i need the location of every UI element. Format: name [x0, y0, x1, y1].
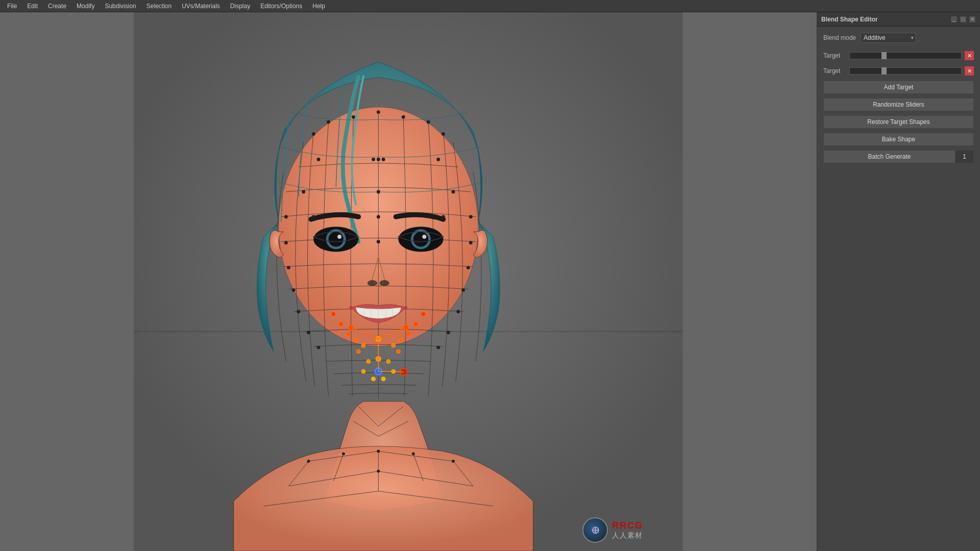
- menu-display[interactable]: Display: [225, 2, 255, 11]
- svg-point-17: [377, 450, 380, 453]
- blend-panel-title: Blend Shape Editor: [821, 16, 878, 23]
- menu-modify[interactable]: Modify: [71, 2, 100, 11]
- svg-point-77: [302, 190, 305, 194]
- svg-point-88: [456, 310, 460, 313]
- svg-point-93: [352, 115, 355, 119]
- menu-uvsmaterials[interactable]: UVs/Materials: [177, 2, 225, 11]
- batch-generate-row: Batch Generate 1: [823, 150, 974, 163]
- menu-edit[interactable]: Edit: [22, 2, 43, 11]
- svg-point-64: [386, 360, 390, 364]
- svg-point-22: [377, 470, 380, 473]
- viewport[interactable]: Perspective: [0, 12, 817, 551]
- blend-mode-label: Blend mode: [823, 34, 856, 41]
- svg-point-76: [436, 158, 440, 161]
- restore-target-shapes-button[interactable]: Restore Target Shapes: [823, 115, 974, 129]
- batch-generate-button[interactable]: Batch Generate: [823, 150, 955, 163]
- watermark-brand-top: RRCG: [612, 520, 643, 531]
- target-1-slider[interactable]: [849, 52, 962, 59]
- svg-point-53: [331, 312, 335, 316]
- svg-point-66: [391, 369, 396, 373]
- svg-point-18: [307, 460, 310, 463]
- svg-point-81: [284, 241, 288, 244]
- bake-shape-button[interactable]: Bake Shape: [823, 133, 974, 146]
- svg-point-83: [287, 266, 290, 269]
- svg-point-85: [292, 288, 296, 292]
- target-row-1: Target ✕: [823, 50, 974, 61]
- blend-mode-wrapper: Additive Replace: [860, 33, 916, 43]
- svg-point-55: [339, 322, 343, 326]
- target-2-label: Target: [823, 67, 846, 74]
- target-2-slider[interactable]: [849, 67, 962, 74]
- randomize-sliders-button[interactable]: Randomize Sliders: [823, 98, 974, 111]
- svg-point-92: [436, 346, 440, 349]
- svg-point-40: [404, 306, 407, 309]
- svg-point-80: [469, 215, 473, 218]
- svg-point-75: [317, 158, 321, 161]
- svg-point-46: [397, 349, 401, 354]
- svg-point-74: [427, 120, 430, 124]
- svg-point-96: [442, 132, 445, 136]
- svg-point-59: [354, 338, 358, 342]
- menu-file[interactable]: File: [2, 2, 22, 11]
- svg-point-73: [327, 120, 330, 124]
- watermark: ⊕ RRCG 人人素材: [582, 517, 643, 543]
- svg-point-78: [452, 190, 455, 194]
- svg-point-54: [421, 312, 425, 316]
- svg-point-86: [461, 288, 465, 292]
- blend-shape-panel: Blend Shape Editor _ □ ✕ Blend mode Addi…: [817, 12, 980, 551]
- svg-point-31: [422, 235, 426, 239]
- menu-subdivision[interactable]: Subdivision: [100, 2, 141, 11]
- panel-close-button[interactable]: ✕: [969, 16, 976, 23]
- svg-point-21: [412, 452, 415, 455]
- svg-point-33: [379, 280, 389, 286]
- target-1-label: Target: [823, 52, 846, 59]
- menu-selection[interactable]: Selection: [141, 2, 177, 11]
- blend-mode-select[interactable]: Additive Replace: [860, 33, 916, 43]
- svg-point-63: [366, 360, 371, 364]
- menubar: File Edit Create Modify Subdivision Sele…: [0, 0, 980, 12]
- svg-point-72: [377, 215, 380, 218]
- target-1-remove-button[interactable]: ✕: [965, 51, 974, 60]
- svg-point-39: [350, 306, 353, 309]
- blend-mode-row: Blend mode Additive Replace: [823, 33, 974, 43]
- svg-point-82: [469, 241, 473, 244]
- svg-point-68: [381, 377, 385, 381]
- add-target-button[interactable]: Add Target: [823, 81, 974, 94]
- panel-maximize-button[interactable]: □: [960, 16, 967, 23]
- batch-generate-number: 1: [955, 150, 974, 163]
- svg-point-91: [317, 346, 321, 349]
- watermark-logo: ⊕: [582, 517, 608, 543]
- svg-point-99: [312, 215, 315, 218]
- menu-editors-options[interactable]: Editors/Options: [255, 2, 307, 11]
- target-row-2: Target ✕: [823, 65, 974, 77]
- panel-minimize-button[interactable]: _: [950, 16, 958, 23]
- svg-point-62: [391, 343, 396, 347]
- svg-point-30: [413, 232, 428, 246]
- svg-point-94: [402, 115, 405, 119]
- svg-point-79: [284, 215, 288, 218]
- svg-point-56: [414, 322, 418, 326]
- watermark-brand-bottom: 人人素材: [612, 531, 643, 540]
- svg-point-20: [342, 452, 345, 455]
- svg-point-26: [329, 232, 344, 246]
- blend-panel-titlebar: Blend Shape Editor _ □ ✕: [817, 12, 980, 27]
- main-area: Perspective: [0, 12, 980, 551]
- svg-line-52: [378, 371, 404, 372]
- target-2-remove-button[interactable]: ✕: [965, 66, 974, 76]
- svg-point-95: [312, 132, 315, 136]
- svg-point-45: [356, 349, 360, 354]
- menu-help[interactable]: Help: [307, 2, 330, 11]
- svg-point-90: [447, 331, 450, 334]
- svg-point-70: [377, 158, 380, 161]
- svg-point-19: [452, 460, 455, 463]
- blend-panel-content: Blend mode Additive Replace Target ✕ Tar…: [817, 27, 980, 169]
- svg-point-61: [361, 343, 365, 347]
- menu-create[interactable]: Create: [43, 2, 71, 11]
- svg-point-27: [337, 235, 341, 239]
- svg-point-57: [347, 332, 351, 336]
- svg-point-60: [399, 338, 403, 342]
- svg-point-67: [372, 377, 376, 381]
- svg-point-101: [377, 240, 380, 243]
- svg-point-71: [377, 190, 380, 194]
- svg-point-84: [467, 266, 470, 269]
